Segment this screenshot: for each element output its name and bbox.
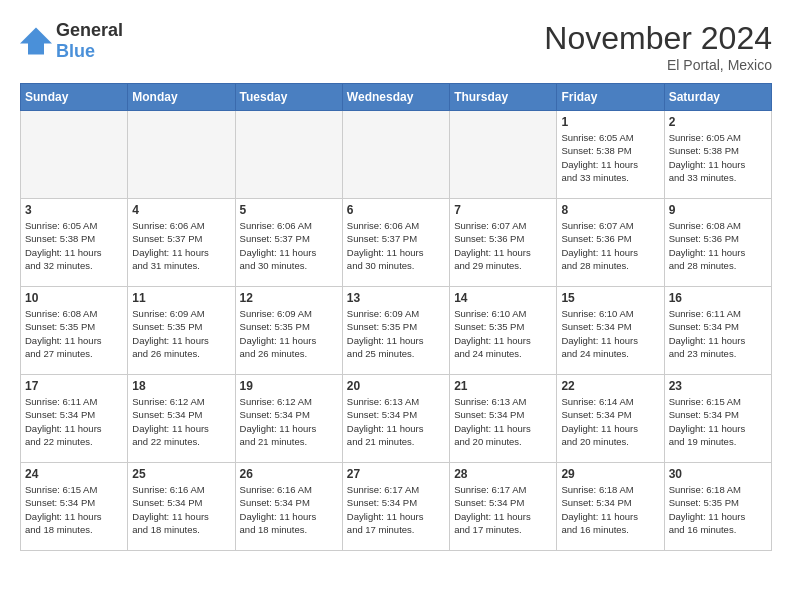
day-info: Sunrise: 6:17 AM Sunset: 5:34 PM Dayligh… bbox=[454, 483, 552, 536]
day-number: 19 bbox=[240, 379, 338, 393]
calendar-cell: 10Sunrise: 6:08 AM Sunset: 5:35 PM Dayli… bbox=[21, 287, 128, 375]
day-info: Sunrise: 6:12 AM Sunset: 5:34 PM Dayligh… bbox=[240, 395, 338, 448]
day-info: Sunrise: 6:05 AM Sunset: 5:38 PM Dayligh… bbox=[561, 131, 659, 184]
calendar-cell: 1Sunrise: 6:05 AM Sunset: 5:38 PM Daylig… bbox=[557, 111, 664, 199]
weekday-header: Friday bbox=[557, 84, 664, 111]
day-info: Sunrise: 6:09 AM Sunset: 5:35 PM Dayligh… bbox=[347, 307, 445, 360]
day-number: 9 bbox=[669, 203, 767, 217]
day-number: 10 bbox=[25, 291, 123, 305]
logo-icon bbox=[20, 27, 52, 55]
calendar-cell: 9Sunrise: 6:08 AM Sunset: 5:36 PM Daylig… bbox=[664, 199, 771, 287]
day-number: 13 bbox=[347, 291, 445, 305]
logo-general-text: General bbox=[56, 20, 123, 40]
calendar-cell: 7Sunrise: 6:07 AM Sunset: 5:36 PM Daylig… bbox=[450, 199, 557, 287]
calendar-cell: 24Sunrise: 6:15 AM Sunset: 5:34 PM Dayli… bbox=[21, 463, 128, 551]
day-number: 27 bbox=[347, 467, 445, 481]
day-info: Sunrise: 6:08 AM Sunset: 5:36 PM Dayligh… bbox=[669, 219, 767, 272]
day-info: Sunrise: 6:15 AM Sunset: 5:34 PM Dayligh… bbox=[25, 483, 123, 536]
day-number: 12 bbox=[240, 291, 338, 305]
day-info: Sunrise: 6:16 AM Sunset: 5:34 PM Dayligh… bbox=[132, 483, 230, 536]
calendar-cell: 22Sunrise: 6:14 AM Sunset: 5:34 PM Dayli… bbox=[557, 375, 664, 463]
day-info: Sunrise: 6:08 AM Sunset: 5:35 PM Dayligh… bbox=[25, 307, 123, 360]
calendar-cell: 26Sunrise: 6:16 AM Sunset: 5:34 PM Dayli… bbox=[235, 463, 342, 551]
calendar-cell bbox=[235, 111, 342, 199]
calendar-cell: 25Sunrise: 6:16 AM Sunset: 5:34 PM Dayli… bbox=[128, 463, 235, 551]
day-info: Sunrise: 6:12 AM Sunset: 5:34 PM Dayligh… bbox=[132, 395, 230, 448]
calendar-cell: 8Sunrise: 6:07 AM Sunset: 5:36 PM Daylig… bbox=[557, 199, 664, 287]
calendar-header: SundayMondayTuesdayWednesdayThursdayFrid… bbox=[21, 84, 772, 111]
calendar-cell bbox=[342, 111, 449, 199]
day-number: 5 bbox=[240, 203, 338, 217]
day-number: 6 bbox=[347, 203, 445, 217]
day-info: Sunrise: 6:11 AM Sunset: 5:34 PM Dayligh… bbox=[669, 307, 767, 360]
weekday-header: Sunday bbox=[21, 84, 128, 111]
day-number: 17 bbox=[25, 379, 123, 393]
calendar-week-row: 3Sunrise: 6:05 AM Sunset: 5:38 PM Daylig… bbox=[21, 199, 772, 287]
day-info: Sunrise: 6:14 AM Sunset: 5:34 PM Dayligh… bbox=[561, 395, 659, 448]
day-number: 22 bbox=[561, 379, 659, 393]
day-info: Sunrise: 6:11 AM Sunset: 5:34 PM Dayligh… bbox=[25, 395, 123, 448]
calendar-week-row: 17Sunrise: 6:11 AM Sunset: 5:34 PM Dayli… bbox=[21, 375, 772, 463]
calendar-week-row: 24Sunrise: 6:15 AM Sunset: 5:34 PM Dayli… bbox=[21, 463, 772, 551]
day-info: Sunrise: 6:13 AM Sunset: 5:34 PM Dayligh… bbox=[347, 395, 445, 448]
calendar-cell: 4Sunrise: 6:06 AM Sunset: 5:37 PM Daylig… bbox=[128, 199, 235, 287]
day-number: 11 bbox=[132, 291, 230, 305]
svg-marker-0 bbox=[20, 27, 52, 54]
day-info: Sunrise: 6:06 AM Sunset: 5:37 PM Dayligh… bbox=[347, 219, 445, 272]
weekday-header: Thursday bbox=[450, 84, 557, 111]
day-number: 26 bbox=[240, 467, 338, 481]
calendar-cell: 11Sunrise: 6:09 AM Sunset: 5:35 PM Dayli… bbox=[128, 287, 235, 375]
header-area: General Blue November 2024 El Portal, Me… bbox=[20, 20, 772, 73]
day-number: 15 bbox=[561, 291, 659, 305]
day-info: Sunrise: 6:09 AM Sunset: 5:35 PM Dayligh… bbox=[132, 307, 230, 360]
logo-blue-text: Blue bbox=[56, 41, 95, 61]
month-title: November 2024 bbox=[544, 20, 772, 57]
weekday-header: Tuesday bbox=[235, 84, 342, 111]
day-number: 21 bbox=[454, 379, 552, 393]
day-number: 8 bbox=[561, 203, 659, 217]
weekday-header: Wednesday bbox=[342, 84, 449, 111]
calendar-cell: 19Sunrise: 6:12 AM Sunset: 5:34 PM Dayli… bbox=[235, 375, 342, 463]
day-number: 3 bbox=[25, 203, 123, 217]
calendar-cell bbox=[450, 111, 557, 199]
calendar-cell: 23Sunrise: 6:15 AM Sunset: 5:34 PM Dayli… bbox=[664, 375, 771, 463]
location-title: El Portal, Mexico bbox=[544, 57, 772, 73]
calendar-cell: 21Sunrise: 6:13 AM Sunset: 5:34 PM Dayli… bbox=[450, 375, 557, 463]
day-info: Sunrise: 6:06 AM Sunset: 5:37 PM Dayligh… bbox=[240, 219, 338, 272]
day-number: 20 bbox=[347, 379, 445, 393]
calendar-cell: 18Sunrise: 6:12 AM Sunset: 5:34 PM Dayli… bbox=[128, 375, 235, 463]
day-info: Sunrise: 6:05 AM Sunset: 5:38 PM Dayligh… bbox=[25, 219, 123, 272]
day-info: Sunrise: 6:17 AM Sunset: 5:34 PM Dayligh… bbox=[347, 483, 445, 536]
calendar-cell bbox=[21, 111, 128, 199]
weekday-header: Saturday bbox=[664, 84, 771, 111]
day-info: Sunrise: 6:18 AM Sunset: 5:35 PM Dayligh… bbox=[669, 483, 767, 536]
day-number: 1 bbox=[561, 115, 659, 129]
day-info: Sunrise: 6:07 AM Sunset: 5:36 PM Dayligh… bbox=[561, 219, 659, 272]
calendar-cell bbox=[128, 111, 235, 199]
day-number: 25 bbox=[132, 467, 230, 481]
day-number: 2 bbox=[669, 115, 767, 129]
calendar-cell: 14Sunrise: 6:10 AM Sunset: 5:35 PM Dayli… bbox=[450, 287, 557, 375]
day-number: 24 bbox=[25, 467, 123, 481]
day-info: Sunrise: 6:10 AM Sunset: 5:34 PM Dayligh… bbox=[561, 307, 659, 360]
day-number: 30 bbox=[669, 467, 767, 481]
day-info: Sunrise: 6:16 AM Sunset: 5:34 PM Dayligh… bbox=[240, 483, 338, 536]
calendar-table: SundayMondayTuesdayWednesdayThursdayFrid… bbox=[20, 83, 772, 551]
calendar-cell: 16Sunrise: 6:11 AM Sunset: 5:34 PM Dayli… bbox=[664, 287, 771, 375]
calendar-cell: 2Sunrise: 6:05 AM Sunset: 5:38 PM Daylig… bbox=[664, 111, 771, 199]
day-number: 14 bbox=[454, 291, 552, 305]
calendar-week-row: 1Sunrise: 6:05 AM Sunset: 5:38 PM Daylig… bbox=[21, 111, 772, 199]
day-number: 4 bbox=[132, 203, 230, 217]
logo: General Blue bbox=[20, 20, 123, 62]
calendar-week-row: 10Sunrise: 6:08 AM Sunset: 5:35 PM Dayli… bbox=[21, 287, 772, 375]
calendar-cell: 12Sunrise: 6:09 AM Sunset: 5:35 PM Dayli… bbox=[235, 287, 342, 375]
title-area: November 2024 El Portal, Mexico bbox=[544, 20, 772, 73]
calendar-cell: 29Sunrise: 6:18 AM Sunset: 5:34 PM Dayli… bbox=[557, 463, 664, 551]
calendar-cell: 13Sunrise: 6:09 AM Sunset: 5:35 PM Dayli… bbox=[342, 287, 449, 375]
calendar-cell: 15Sunrise: 6:10 AM Sunset: 5:34 PM Dayli… bbox=[557, 287, 664, 375]
calendar-cell: 17Sunrise: 6:11 AM Sunset: 5:34 PM Dayli… bbox=[21, 375, 128, 463]
calendar-cell: 30Sunrise: 6:18 AM Sunset: 5:35 PM Dayli… bbox=[664, 463, 771, 551]
calendar-cell: 20Sunrise: 6:13 AM Sunset: 5:34 PM Dayli… bbox=[342, 375, 449, 463]
day-number: 18 bbox=[132, 379, 230, 393]
day-info: Sunrise: 6:10 AM Sunset: 5:35 PM Dayligh… bbox=[454, 307, 552, 360]
